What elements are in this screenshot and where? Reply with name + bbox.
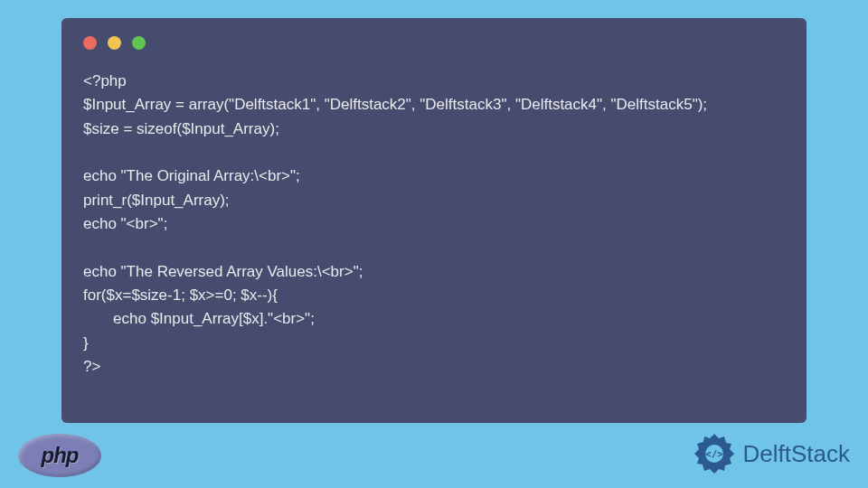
- code-line: print_r($Input_Array);: [83, 192, 230, 209]
- php-logo-text: php: [42, 443, 79, 468]
- maximize-icon: [132, 36, 146, 50]
- code-line: echo "The Original Array:\<br>";: [83, 167, 300, 184]
- code-line: ?>: [83, 358, 100, 375]
- minimize-icon: [108, 36, 121, 50]
- code-line: echo "The Reversed Array Values:\<br>";: [83, 263, 363, 280]
- delftstack-icon: </>: [691, 430, 738, 477]
- php-logo: php: [18, 434, 101, 477]
- code-content: <?php $Input_Array = array("Delftstack1"…: [83, 70, 785, 379]
- code-line: $Input_Array = array("Delftstack1", "Del…: [83, 96, 707, 113]
- delftstack-logo: </> DelftStack: [691, 430, 851, 477]
- code-line: for($x=$size-1; $x>=0; $x--){: [83, 286, 278, 304]
- code-line: echo "<br>";: [83, 215, 167, 232]
- code-line: $size = sizeof($Input_Array);: [83, 120, 279, 137]
- code-line: }: [83, 334, 89, 352]
- window-controls: [83, 36, 785, 50]
- code-window: <?php $Input_Array = array("Delftstack1"…: [61, 18, 807, 423]
- delftstack-logo-text: DelftStack: [743, 440, 851, 468]
- code-line: echo $Input_Array[$x]."<br>";: [83, 310, 315, 327]
- close-icon: [83, 36, 97, 50]
- svg-text:</>: </>: [705, 448, 723, 460]
- code-line: <?php: [83, 72, 127, 89]
